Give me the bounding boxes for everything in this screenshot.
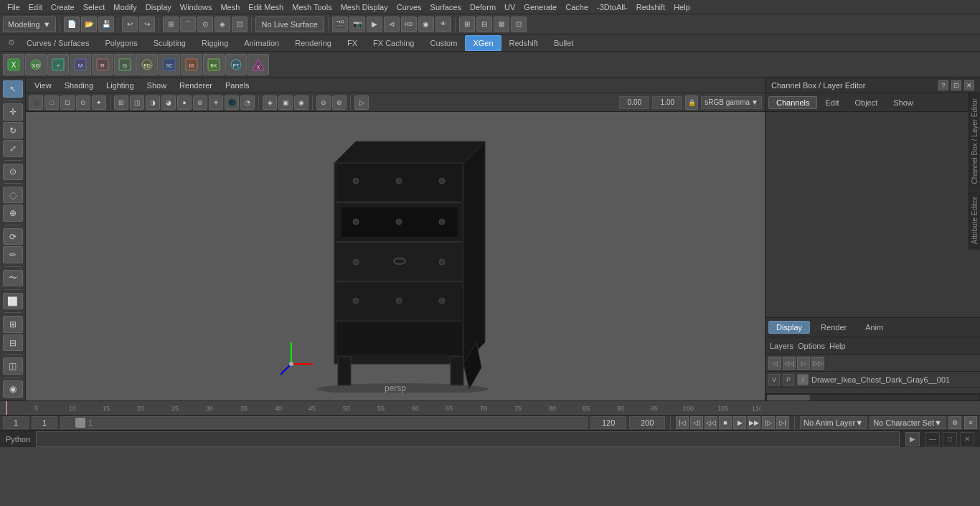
transport-next-key[interactable]: ▷| — [776, 416, 789, 429]
layer-v-btn[interactable]: V — [768, 374, 780, 385]
vp-tb-huddle[interactable]: ⊛ — [332, 95, 347, 110]
shelf-tab-sculpting[interactable]: Sculpting — [146, 35, 194, 51]
vp-tb-shadow[interactable]: 🌑 — [225, 95, 239, 110]
shelf-tool-xgen-1[interactable]: X — [3, 54, 24, 75]
vp-tb-wire[interactable]: ◫ — [130, 95, 144, 110]
timeline[interactable]: 5 10 15 20 25 30 35 40 45 50 55 60 65 70… — [0, 400, 980, 415]
menu-redshift[interactable]: Redshift — [632, 0, 669, 14]
vp-tb-shade[interactable]: ◑ — [146, 95, 160, 110]
shelf-tab-polygons[interactable]: Polygons — [97, 35, 145, 51]
menu-uv[interactable]: UV — [500, 0, 519, 14]
vp-tb-shade2[interactable]: ◕ — [161, 95, 176, 110]
layout3-btn[interactable]: ⊠ — [494, 17, 509, 32]
vis-btn[interactable]: 👁 — [435, 17, 451, 32]
layout4-btn[interactable]: ⊡ — [511, 17, 527, 32]
layout-btn[interactable]: ⊞ — [459, 17, 475, 32]
win-minimize-btn[interactable]: — — [925, 432, 940, 446]
open-scene-btn[interactable]: 📂 — [81, 17, 97, 32]
shelf-tool-xgen-12[interactable]: X — [248, 54, 269, 75]
menu-generate[interactable]: Generate — [519, 0, 561, 14]
last-tool-btn[interactable]: ⊙ — [3, 164, 23, 181]
soft-select-btn[interactable]: ◌ — [3, 187, 23, 204]
vp-menu-show[interactable]: Show — [141, 78, 173, 93]
menu-cache[interactable]: Cache — [561, 0, 593, 14]
redo-btn[interactable]: ↪ — [139, 17, 155, 32]
cb-tab-object[interactable]: Object — [847, 96, 885, 109]
transport-stop[interactable]: ■ — [719, 416, 732, 429]
add-plus-btn[interactable]: ⊞ — [3, 316, 23, 333]
shelf-tool-xgen-3[interactable]: + — [47, 54, 69, 75]
move-tool-btn[interactable]: ✛ — [3, 103, 23, 121]
vp-tb-light[interactable]: ☀ — [209, 95, 223, 110]
menu-create[interactable]: Create — [47, 0, 79, 14]
layers-add-btn[interactable]: ▷▷ — [811, 357, 824, 370]
layers-scrollbar[interactable] — [765, 393, 980, 400]
menu-file[interactable]: File — [3, 0, 24, 14]
vp-menu-renderer[interactable]: Renderer — [174, 78, 218, 93]
sub-btn[interactable]: ⊟ — [3, 334, 23, 352]
layers-scroll-track[interactable] — [767, 395, 979, 400]
menu-curves[interactable]: Curves — [392, 0, 426, 14]
sculpt-btn[interactable]: 〜 — [3, 270, 23, 287]
gamma-select[interactable]: sRGB gamma ▼ — [701, 96, 762, 109]
region-select-btn[interactable]: ⬜ — [3, 293, 23, 310]
vp-tb-cam[interactable]: 🎥 — [29, 95, 43, 110]
rst-tab-channel[interactable]: Channel Box / Layer Editor — [969, 92, 980, 190]
cam-btn[interactable]: ◉ — [418, 17, 434, 32]
shelf-tab-rigging[interactable]: Rigging — [194, 35, 236, 51]
layer-color-btn[interactable]: / — [797, 374, 809, 385]
cb-tab-edit[interactable]: Edit — [817, 96, 847, 109]
render-btn[interactable]: 🎬 — [332, 17, 348, 32]
menu-mesh-display[interactable]: Mesh Display — [336, 0, 392, 14]
shelf-tab-bullet[interactable]: Bullet — [546, 35, 582, 51]
vp-tb-isolate[interactable]: ⊘ — [316, 95, 331, 110]
transport-forward[interactable]: ▶▶ — [748, 416, 760, 429]
vp-tb-xray[interactable]: ⊚ — [193, 95, 207, 110]
char-set-anim-btn[interactable]: ⚙ — [948, 416, 961, 429]
vp-tb-snap2[interactable]: ✦ — [92, 95, 106, 110]
save-scene-btn[interactable]: 💾 — [98, 17, 114, 32]
vp-tb-shade3[interactable]: ● — [177, 95, 192, 110]
cb-tab-show[interactable]: Show — [885, 96, 921, 109]
shelf-tool-xgen-2[interactable]: XG — [25, 54, 47, 75]
paint-btn[interactable]: ✏ — [3, 246, 23, 263]
vp-tb-mat[interactable]: ◈ — [263, 95, 277, 110]
cb-tab-channels[interactable]: Channels — [768, 96, 817, 109]
workspace-dropdown[interactable]: Modeling ▼ — [3, 17, 56, 32]
rst-tab-attribute[interactable]: Attribute Editor — [969, 190, 980, 250]
select-tool-btn[interactable]: ↖ — [3, 80, 23, 98]
shelf-tab-fx[interactable]: FX — [339, 35, 365, 51]
shelf-tool-xgen-6[interactable]: G — [114, 54, 136, 75]
slider-thumb[interactable] — [75, 418, 85, 428]
hd-btn[interactable]: HD — [401, 17, 417, 32]
ipr-btn[interactable]: ⊲ — [384, 17, 400, 32]
shelf-tool-xgen-7[interactable]: ED — [136, 54, 158, 75]
win-close-btn[interactable]: ✕ — [960, 432, 974, 446]
python-input[interactable] — [36, 431, 900, 447]
layers-header-help[interactable]: Help — [829, 342, 846, 350]
snap-point-btn[interactable]: ⊙ — [197, 17, 213, 32]
coord-lock-btn[interactable]: 🔒 — [685, 95, 698, 110]
transport-next-frame[interactable]: |▷ — [762, 416, 775, 429]
menu-surfaces[interactable]: Surfaces — [426, 0, 466, 14]
transport-play[interactable]: ▶ — [733, 416, 746, 429]
layers-back-btn[interactable]: ◁ — [768, 357, 781, 370]
menu-mesh[interactable]: Mesh — [216, 0, 244, 14]
render-seq-btn[interactable]: ▶ — [367, 17, 382, 32]
layout2-btn[interactable]: ⊟ — [476, 17, 492, 32]
vp-tb-cam2[interactable]: □ — [44, 95, 59, 110]
vp-tb-cam3[interactable]: ⊡ — [60, 95, 75, 110]
transport-prev-frame[interactable]: ◁| — [690, 416, 703, 429]
camera-tool-btn[interactable]: ◉ — [3, 380, 23, 398]
timeline-ruler[interactable]: 5 10 15 20 25 30 35 40 45 50 55 60 65 70… — [0, 401, 980, 415]
transport-prev-key[interactable]: |◁ — [676, 416, 689, 429]
shelf-tab-xgen[interactable]: XGen — [465, 35, 501, 51]
transport-back[interactable]: ◁◁ — [705, 416, 717, 429]
scale-tool-btn[interactable]: ⤢ — [3, 140, 23, 157]
vp-menu-lighting[interactable]: Lighting — [100, 78, 140, 93]
shelf-tool-xgen-10[interactable]: BK — [203, 54, 225, 75]
snapshot-btn[interactable]: 📷 — [349, 17, 365, 32]
python-run-icon[interactable]: ▶ — [905, 432, 920, 446]
shelf-tab-redshift[interactable]: Redshift — [501, 35, 546, 51]
vp-menu-panels[interactable]: Panels — [220, 78, 255, 93]
